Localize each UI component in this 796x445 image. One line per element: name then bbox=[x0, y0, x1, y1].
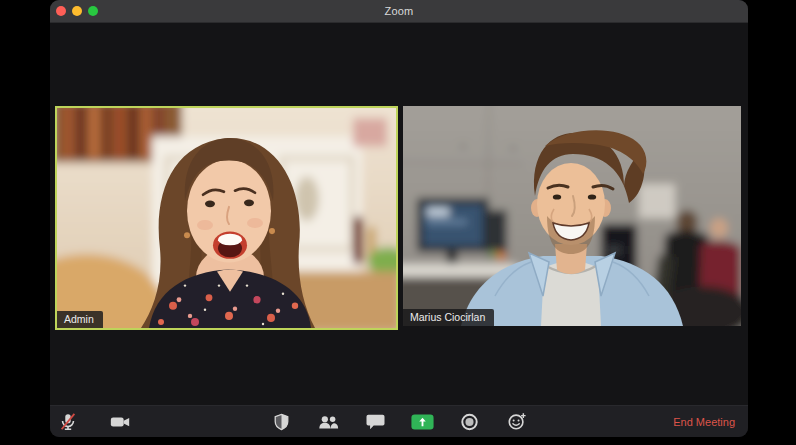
share-screen-button[interactable] bbox=[411, 410, 435, 434]
participant-name-marius: Marius Ciocirlan bbox=[403, 309, 494, 327]
start-video-button[interactable] bbox=[108, 410, 132, 434]
chat-button[interactable] bbox=[364, 410, 388, 434]
marius-video-feed bbox=[403, 106, 741, 326]
reactions-smiley-icon bbox=[507, 412, 526, 431]
zoom-window: Zoom bbox=[50, 0, 748, 437]
chat-bubble-icon bbox=[366, 413, 386, 431]
video-tile-marius[interactable]: Marius Ciocirlan bbox=[403, 106, 741, 326]
reactions-button[interactable] bbox=[505, 410, 529, 434]
close-button[interactable] bbox=[56, 6, 66, 16]
security-button[interactable] bbox=[270, 410, 294, 434]
window-title: Zoom bbox=[50, 5, 748, 17]
record-button[interactable] bbox=[458, 410, 482, 434]
end-meeting-button[interactable]: End Meeting bbox=[673, 416, 735, 428]
share-screen-icon bbox=[411, 413, 435, 431]
participant-name-admin: Admin bbox=[57, 311, 103, 329]
record-icon bbox=[461, 413, 479, 431]
video-stage: Admin bbox=[50, 23, 748, 406]
admin-video-feed bbox=[57, 108, 396, 328]
microphone-muted-icon bbox=[58, 412, 78, 432]
minimize-button[interactable] bbox=[72, 6, 82, 16]
participants-icon bbox=[318, 413, 340, 431]
video-camera-icon bbox=[109, 412, 131, 432]
traffic-lights bbox=[56, 0, 98, 22]
participants-button[interactable] bbox=[317, 410, 341, 434]
video-tile-admin[interactable]: Admin bbox=[55, 106, 398, 330]
mute-button[interactable] bbox=[56, 410, 80, 434]
shield-icon bbox=[273, 413, 291, 431]
meeting-toolbar: End Meeting bbox=[50, 405, 748, 437]
fullscreen-button[interactable] bbox=[88, 6, 98, 16]
title-bar[interactable]: Zoom bbox=[50, 0, 748, 23]
